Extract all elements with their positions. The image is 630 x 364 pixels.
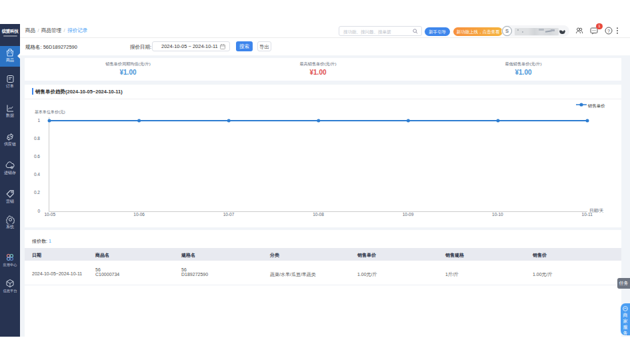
svg-text:?: ?: [607, 29, 610, 33]
